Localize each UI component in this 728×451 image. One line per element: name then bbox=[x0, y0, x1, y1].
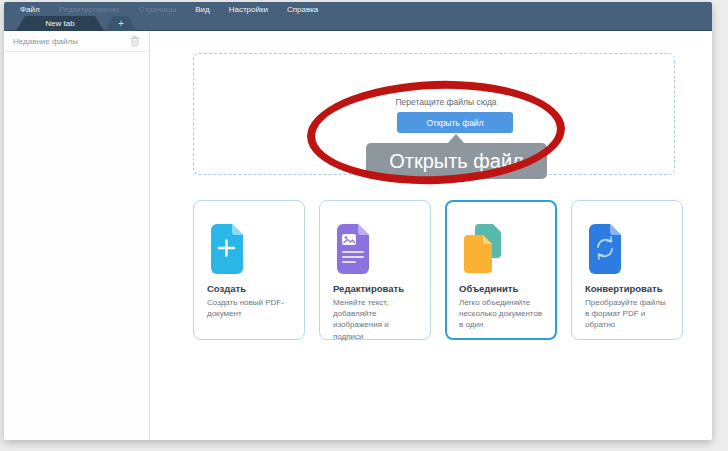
edit-pdf-icon bbox=[333, 223, 417, 275]
menu-help[interactable]: Справка bbox=[287, 5, 318, 14]
menu-edit: Редактирование bbox=[59, 5, 120, 14]
convert-pdf-card[interactable]: Конвертировать Преобразуйте файлы в форм… bbox=[571, 200, 683, 340]
edit-pdf-card[interactable]: Редактировать Меняйте текст, добавляйте … bbox=[319, 200, 431, 340]
app-window: Файл Редактирование Страницы Вид Настрой… bbox=[4, 2, 712, 440]
menu-file[interactable]: Файл bbox=[20, 5, 40, 14]
new-tab-button[interactable]: + bbox=[106, 16, 136, 31]
card-title: Редактировать bbox=[333, 283, 417, 294]
menu-pages: Страницы bbox=[139, 5, 177, 14]
card-description: Преобразуйте файлы в формат PDF и обратн… bbox=[585, 297, 669, 331]
recent-files-label: Недавние файлы bbox=[13, 37, 130, 46]
create-pdf-icon bbox=[207, 223, 291, 275]
tab-bar: New tab + bbox=[4, 16, 712, 31]
card-title: Конвертировать bbox=[585, 283, 669, 294]
trash-icon[interactable] bbox=[130, 35, 140, 47]
merge-pdf-card[interactable]: Объединить Легко объединяйте несколько д… bbox=[445, 200, 557, 340]
merge-pdf-icon bbox=[459, 223, 543, 275]
sidebar-header: Недавние файлы bbox=[4, 31, 149, 52]
create-pdf-card[interactable]: Создать Создать новый PDF-документ bbox=[193, 200, 305, 340]
open-file-button[interactable]: Открыть файл bbox=[397, 112, 513, 133]
card-title: Объединить bbox=[459, 283, 543, 294]
card-description: Легко объединяйте несколько документов в… bbox=[459, 297, 543, 331]
card-description: Создать новый PDF-документ bbox=[207, 297, 291, 319]
open-file-tooltip: Открыть файл bbox=[366, 143, 547, 179]
card-title: Создать bbox=[207, 283, 291, 294]
card-description: Меняйте текст, добавляйте изображения и … bbox=[333, 297, 417, 342]
drop-hint-text: Перетащите файлы сюда bbox=[206, 97, 686, 107]
menu-settings[interactable]: Настройки bbox=[229, 5, 268, 14]
recent-files-sidebar: Недавние файлы bbox=[4, 31, 150, 440]
menu-view[interactable]: Вид bbox=[195, 5, 209, 14]
tab-new-tab[interactable]: New tab bbox=[16, 16, 104, 31]
menu-bar: Файл Редактирование Страницы Вид Настрой… bbox=[4, 2, 712, 16]
convert-pdf-icon bbox=[585, 223, 669, 275]
